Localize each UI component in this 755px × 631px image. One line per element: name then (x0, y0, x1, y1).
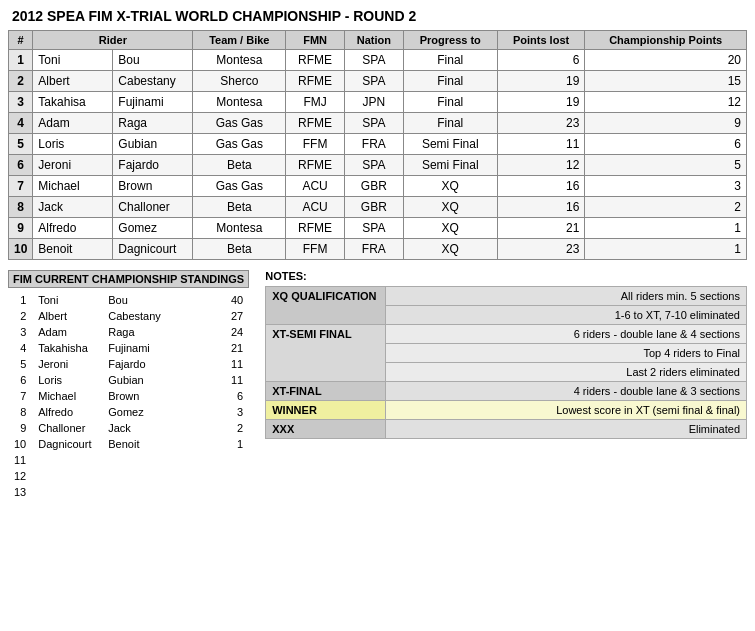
standings-pts: 6 (182, 388, 249, 404)
table-row: 6 Jeroni Fajardo Beta RFME SPA Semi Fina… (9, 155, 747, 176)
standings-first (32, 452, 102, 468)
col-header-nation: Nation (344, 31, 403, 50)
col-header-num: # (9, 31, 33, 50)
row-fmn: FFM (286, 134, 345, 155)
standings-first: Toni (32, 292, 102, 308)
standings-first: Loris (32, 372, 102, 388)
notes-row: XT-SEMI FINAL 6 riders - double lane & 4… (266, 325, 747, 344)
standings-pos: 2 (8, 308, 32, 324)
row-num: 3 (9, 92, 33, 113)
bottom-section: FIM CURRENT CHAMPIONSHIP STANDINGS 1 Ton… (8, 270, 747, 500)
row-last-name: Gubian (113, 134, 193, 155)
row-num: 4 (9, 113, 33, 134)
table-row: 5 Loris Gubian Gas Gas FFM FRA Semi Fina… (9, 134, 747, 155)
note-key: XQ QUALIFICATION (266, 287, 386, 325)
row-team: Gas Gas (193, 134, 286, 155)
row-progress: XQ (403, 197, 497, 218)
row-num: 6 (9, 155, 33, 176)
col-header-champ-points: Championship Points (585, 31, 747, 50)
row-points-lost: 23 (497, 239, 585, 260)
row-champ-points: 6 (585, 134, 747, 155)
col-header-team: Team / Bike (193, 31, 286, 50)
results-table: # Rider Team / Bike FMN Nation Progress … (8, 30, 747, 260)
note-val: Eliminated (386, 420, 747, 439)
standings-row: 9 Challoner Jack 2 (8, 420, 249, 436)
col-header-points-lost: Points lost (497, 31, 585, 50)
notes-row: XXX Eliminated (266, 420, 747, 439)
standings-row: 5 Jeroni Fajardo 11 (8, 356, 249, 372)
row-champ-points: 3 (585, 176, 747, 197)
row-num: 9 (9, 218, 33, 239)
standings-last: Raga (102, 324, 182, 340)
row-champ-points: 1 (585, 218, 747, 239)
standings-row: 6 Loris Gubian 11 (8, 372, 249, 388)
standings-first: Albert (32, 308, 102, 324)
row-fmn: FFM (286, 239, 345, 260)
standings-row: 3 Adam Raga 24 (8, 324, 249, 340)
row-last-name: Bou (113, 50, 193, 71)
standings-pts: 21 (182, 340, 249, 356)
table-row: 2 Albert Cabestany Sherco RFME SPA Final… (9, 71, 747, 92)
row-first-name: Albert (33, 71, 113, 92)
row-first-name: Alfredo (33, 218, 113, 239)
row-first-name: Michael (33, 176, 113, 197)
row-progress: Semi Final (403, 134, 497, 155)
row-last-name: Raga (113, 113, 193, 134)
row-last-name: Gomez (113, 218, 193, 239)
row-fmn: RFME (286, 218, 345, 239)
note-val: Top 4 riders to Final (386, 344, 747, 363)
standings-row: 8 Alfredo Gomez 3 (8, 404, 249, 420)
row-points-lost: 16 (497, 176, 585, 197)
note-key: XT-FINAL (266, 382, 386, 401)
table-row: 8 Jack Challoner Beta ACU GBR XQ 16 2 (9, 197, 747, 218)
row-fmn: RFME (286, 71, 345, 92)
standings-row: 2 Albert Cabestany 27 (8, 308, 249, 324)
notes-row: XT-FINAL 4 riders - double lane & 3 sect… (266, 382, 747, 401)
table-row: 7 Michael Brown Gas Gas ACU GBR XQ 16 3 (9, 176, 747, 197)
row-points-lost: 21 (497, 218, 585, 239)
standings-pts: 2 (182, 420, 249, 436)
standings-last (102, 484, 182, 500)
row-first-name: Loris (33, 134, 113, 155)
row-nation: GBR (344, 197, 403, 218)
standings-last: Bou (102, 292, 182, 308)
row-nation: SPA (344, 218, 403, 239)
standings-pos: 12 (8, 468, 32, 484)
table-row: 9 Alfredo Gomez Montesa RFME SPA XQ 21 1 (9, 218, 747, 239)
row-num: 7 (9, 176, 33, 197)
note-val: Last 2 riders eliminated (386, 363, 747, 382)
row-team: Montesa (193, 92, 286, 113)
standings-first: Challoner (32, 420, 102, 436)
page-container: 2012 SPEA FIM X-TRIAL WORLD CHAMPIONSHIP… (0, 0, 755, 508)
standings-pos: 6 (8, 372, 32, 388)
row-nation: FRA (344, 239, 403, 260)
standings-pos: 11 (8, 452, 32, 468)
row-first-name: Benoit (33, 239, 113, 260)
standings-first (32, 484, 102, 500)
note-key: XT-SEMI FINAL (266, 325, 386, 382)
standings-first: Takahisha (32, 340, 102, 356)
row-fmn: RFME (286, 155, 345, 176)
main-title: 2012 SPEA FIM X-TRIAL WORLD CHAMPIONSHIP… (8, 8, 747, 24)
row-fmn: RFME (286, 113, 345, 134)
row-progress: Final (403, 92, 497, 113)
row-team: Sherco (193, 71, 286, 92)
standings-pts: 40 (182, 292, 249, 308)
standings-last (102, 452, 182, 468)
row-team: Montesa (193, 218, 286, 239)
note-val: 4 riders - double lane & 3 sections (386, 382, 747, 401)
standings-first (32, 468, 102, 484)
row-champ-points: 1 (585, 239, 747, 260)
standings-pos: 5 (8, 356, 32, 372)
note-val: 6 riders - double lane & 4 sections (386, 325, 747, 344)
standings-first: Michael (32, 388, 102, 404)
row-team: Beta (193, 155, 286, 176)
notes-row: XQ QUALIFICATION All riders min. 5 secti… (266, 287, 747, 306)
standings-last: Jack (102, 420, 182, 436)
row-fmn: RFME (286, 50, 345, 71)
note-val: Lowest score in XT (semi final & final) (386, 401, 747, 420)
row-points-lost: 16 (497, 197, 585, 218)
row-fmn: ACU (286, 176, 345, 197)
row-team: Beta (193, 197, 286, 218)
standings-pos: 4 (8, 340, 32, 356)
